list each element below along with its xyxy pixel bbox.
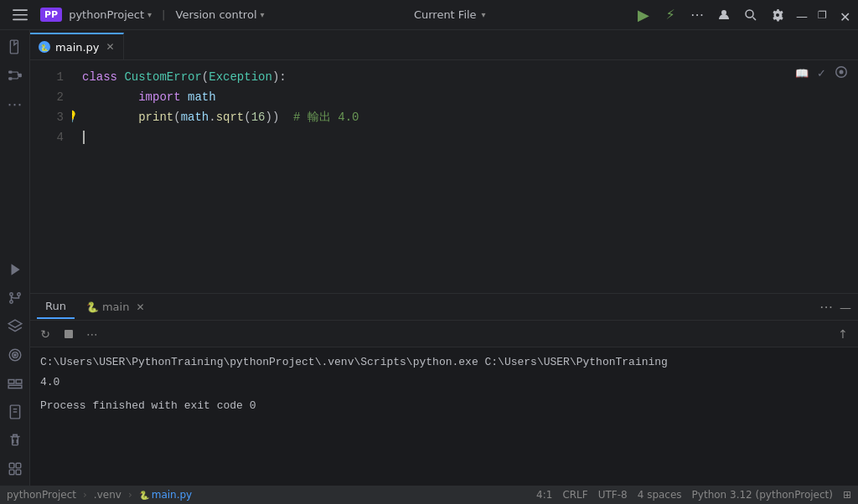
panel-body: ↻ ⋯ ↑ C:\Users\USER\PythonTraining\pytho… bbox=[30, 321, 858, 486]
status-python-version[interactable]: Python 3.12 (pythonProject) bbox=[692, 489, 833, 501]
title-bar: PP pythonProject ▾ | Version control ▾ C… bbox=[0, 0, 858, 30]
svg-rect-7 bbox=[8, 70, 13, 73]
panel-options-button[interactable]: ⋯ bbox=[84, 326, 101, 342]
panel-tab-main-close[interactable]: ✕ bbox=[134, 301, 146, 313]
restore-button[interactable]: ❐ bbox=[818, 9, 830, 21]
panel-scroll-up-button[interactable]: ↑ bbox=[835, 326, 851, 342]
more-options-button[interactable]: ⋯ bbox=[689, 7, 706, 23]
code-content[interactable]: class CustomError(Exception): import mat… bbox=[72, 60, 858, 293]
project-badge: PP bbox=[40, 8, 62, 22]
sidebar-item-more[interactable]: ⋯ bbox=[2, 90, 28, 117]
status-file[interactable]: 🐍 main.py bbox=[139, 489, 193, 501]
svg-rect-23 bbox=[16, 380, 22, 384]
sidebar-item-target[interactable] bbox=[2, 342, 28, 368]
svg-point-21 bbox=[13, 354, 15, 356]
version-control-button[interactable]: Version control ▾ bbox=[176, 8, 265, 21]
svg-rect-22 bbox=[8, 380, 14, 384]
tab-name: main.py bbox=[55, 41, 100, 54]
current-file-label: Current File bbox=[414, 8, 477, 21]
status-position[interactable]: 4:1 bbox=[536, 489, 552, 501]
settings-button[interactable] bbox=[769, 7, 786, 23]
close-button[interactable]: ✕ bbox=[840, 9, 851, 21]
project-name-button[interactable]: pythonProject ▾ bbox=[69, 8, 152, 21]
editor-toolbar: 📖 ✓ bbox=[795, 65, 848, 81]
svg-rect-2 bbox=[13, 18, 28, 20]
cursor bbox=[83, 131, 85, 144]
status-project-name: pythonProject bbox=[7, 489, 76, 501]
sidebar-item-structure[interactable] bbox=[2, 62, 28, 89]
line-numbers: 1 2 3 4 bbox=[30, 60, 72, 293]
svg-rect-32 bbox=[16, 463, 21, 468]
svg-rect-0 bbox=[13, 9, 28, 11]
svg-rect-31 bbox=[9, 463, 14, 468]
status-indent[interactable]: 4 spaces bbox=[638, 489, 682, 501]
panel-area: Run 🐍 main ✕ ⋯ — ↻ ⋯ bbox=[30, 293, 858, 486]
sidebar-item-bookmark[interactable] bbox=[2, 399, 28, 425]
search-button[interactable] bbox=[742, 7, 759, 23]
panel-minimize-icon[interactable]: — bbox=[840, 301, 851, 314]
tab-bar: 🐍 main.py ✕ bbox=[30, 30, 858, 60]
panel-tab-main-icon: 🐍 bbox=[86, 301, 99, 313]
status-sep-1: › bbox=[83, 489, 87, 501]
check-icon[interactable]: ✓ bbox=[817, 67, 826, 80]
status-encoding[interactable]: UTF-8 bbox=[598, 489, 628, 501]
sidebar-item-plugin[interactable] bbox=[2, 455, 28, 482]
tab-file-icon: 🐍 bbox=[39, 41, 50, 53]
svg-marker-18 bbox=[8, 320, 22, 327]
code-line-1: class CustomError(Exception): bbox=[82, 67, 848, 87]
status-venv[interactable]: .venv bbox=[94, 489, 121, 501]
status-right: 4:1 CRLF UTF-8 4 spaces Python 3.12 (pyt… bbox=[536, 489, 851, 501]
svg-rect-24 bbox=[8, 385, 22, 388]
status-left: pythonProject › .venv › 🐍 main.py bbox=[7, 489, 192, 501]
title-bar-left: PP pythonProject ▾ | Version control ▾ bbox=[7, 2, 265, 28]
tab-close-button[interactable]: ✕ bbox=[106, 41, 115, 53]
panel-stop-button[interactable] bbox=[60, 326, 77, 342]
book-icon[interactable]: 📖 bbox=[795, 67, 809, 80]
terminal-content: C:\Users\USER\PythonTraining\pythonProje… bbox=[30, 347, 858, 486]
terminal-command: C:\Users\USER\PythonTraining\pythonProje… bbox=[40, 354, 848, 371]
panel-tab-main[interactable]: 🐍 main ✕ bbox=[78, 296, 154, 319]
panel-more-icon[interactable]: ⋯ bbox=[819, 299, 833, 315]
activity-bar: ⋯ bbox=[0, 30, 30, 486]
svg-point-17 bbox=[9, 301, 12, 303]
status-bar: pythonProject › .venv › 🐍 main.py 4:1 CR… bbox=[0, 486, 858, 504]
svg-text:🐍: 🐍 bbox=[40, 44, 49, 51]
code-editor[interactable]: 📖 ✓ 1 2 3 4 class CustomError(Exception)… bbox=[30, 60, 858, 293]
panel-restart-button[interactable]: ↻ bbox=[37, 326, 54, 342]
sidebar-item-delete[interactable] bbox=[2, 427, 28, 454]
sidebar-item-git[interactable] bbox=[2, 285, 28, 311]
debug-button[interactable]: ⚡ bbox=[662, 7, 679, 23]
svg-point-36 bbox=[840, 70, 844, 75]
sidebar-item-layers[interactable] bbox=[2, 313, 28, 340]
terminal-result: 4.0 bbox=[40, 374, 848, 391]
panel-scroll-controls: ↑ bbox=[835, 326, 851, 342]
svg-point-16 bbox=[17, 293, 19, 296]
svg-rect-9 bbox=[18, 74, 22, 78]
panel-tab-run[interactable]: Run bbox=[37, 296, 75, 319]
sidebar-item-run[interactable] bbox=[2, 256, 28, 283]
svg-rect-34 bbox=[16, 470, 21, 475]
sidebar-item-layout[interactable] bbox=[2, 370, 28, 397]
status-layout-icon[interactable]: ⊞ bbox=[843, 489, 851, 501]
code-line-2: import math bbox=[82, 87, 848, 107]
current-file-button[interactable]: Current File ▾ bbox=[407, 6, 493, 23]
tab-main-py[interactable]: 🐍 main.py ✕ bbox=[30, 33, 124, 59]
svg-point-15 bbox=[9, 293, 12, 296]
hamburger-menu-button[interactable] bbox=[7, 2, 34, 28]
account-button[interactable] bbox=[716, 7, 732, 23]
svg-point-4 bbox=[746, 10, 753, 18]
editor-area: 🐍 main.py ✕ 📖 ✓ 1 2 3 4 bbox=[30, 30, 858, 486]
title-bar-right: ▶ ⚡ ⋯ — ❐ ✕ bbox=[635, 7, 851, 23]
svg-rect-37 bbox=[65, 330, 73, 338]
panel-tab-bar: Run 🐍 main ✕ ⋯ — bbox=[30, 294, 858, 321]
svg-rect-33 bbox=[9, 470, 14, 475]
code-line-4 bbox=[82, 127, 848, 147]
status-project[interactable]: pythonProject bbox=[7, 489, 76, 501]
run-button[interactable]: ▶ bbox=[635, 7, 652, 23]
status-line-ending[interactable]: CRLF bbox=[562, 489, 587, 501]
minimize-button[interactable]: — bbox=[796, 9, 808, 21]
version-control-chevron-icon: ▾ bbox=[261, 10, 265, 19]
copilot-icon[interactable] bbox=[835, 65, 848, 81]
project-chevron-icon: ▾ bbox=[147, 10, 152, 19]
sidebar-item-files[interactable] bbox=[2, 33, 28, 60]
